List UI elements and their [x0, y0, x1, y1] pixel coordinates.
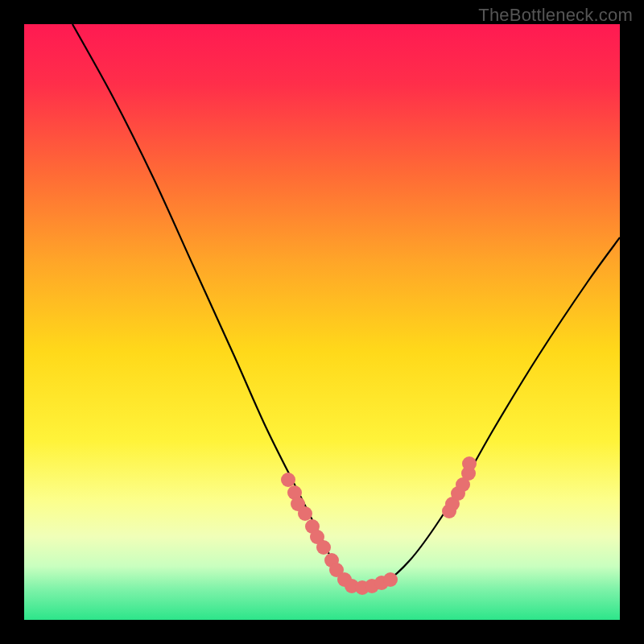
marker-dot — [298, 506, 312, 521]
marker-dot — [281, 473, 295, 487]
marker-dot — [383, 572, 398, 587]
plot-area — [24, 24, 620, 620]
chart-container: TheBottleneck.com — [0, 0, 644, 644]
watermark-text: TheBottleneck.com — [478, 5, 633, 26]
marker-dot — [316, 540, 331, 555]
chart-svg — [24, 24, 620, 620]
gradient-background — [24, 24, 620, 620]
marker-dot — [462, 456, 477, 471]
